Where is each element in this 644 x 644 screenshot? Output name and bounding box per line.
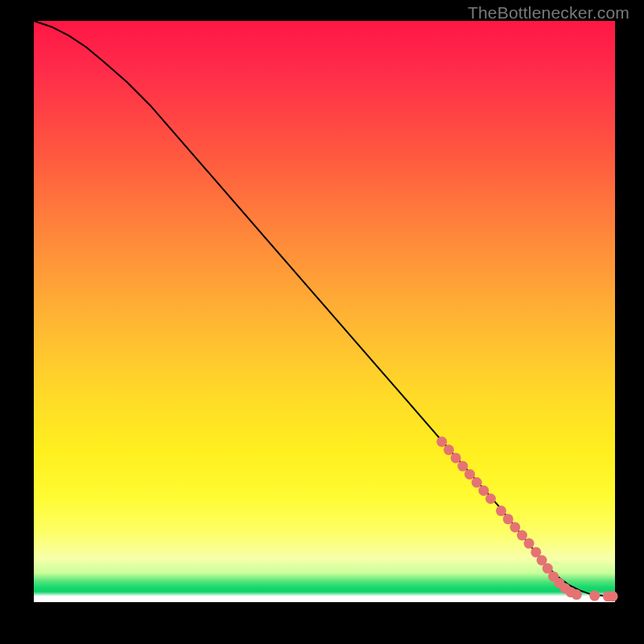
marker-dot xyxy=(572,589,582,600)
curve-line xyxy=(34,21,615,597)
marker-dot xyxy=(510,522,520,532)
marker-dot xyxy=(485,493,496,504)
marker-dot xyxy=(524,539,535,549)
marker-dot xyxy=(472,477,482,488)
marker-dot xyxy=(503,514,514,524)
marker-dot xyxy=(464,469,475,480)
branding-label: TheBottlenecker.com xyxy=(468,3,630,23)
marker-dot xyxy=(608,591,618,601)
chart-frame: TheBottlenecker.com xyxy=(0,0,644,644)
marker-dot xyxy=(496,506,506,516)
marker-dot xyxy=(451,452,461,463)
marker-dot xyxy=(589,591,600,601)
marker-dot xyxy=(457,461,468,472)
chart-svg xyxy=(34,21,615,602)
plot-area xyxy=(34,21,615,602)
marker-dot xyxy=(436,436,447,447)
marker-points xyxy=(436,436,617,601)
marker-dot xyxy=(444,444,454,455)
marker-dot xyxy=(478,485,489,496)
marker-dot xyxy=(517,530,527,541)
